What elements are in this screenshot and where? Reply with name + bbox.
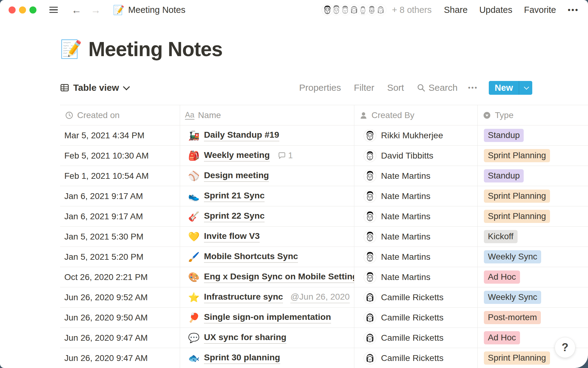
created-by-cell[interactable]: Nate Martins: [354, 186, 478, 206]
close-window-button[interactable]: [9, 6, 16, 13]
type-cell[interactable]: Ad Hoc: [478, 267, 588, 287]
type-cell[interactable]: Weekly Sync: [478, 287, 588, 307]
page-link[interactable]: Single sign-on implementation: [204, 312, 331, 324]
created-by-cell[interactable]: Rikki Mukherjee: [354, 125, 478, 145]
table-row: Mar 5, 2021 4:34 PM 🚂 Daily Standup #19 …: [60, 125, 588, 146]
type-cell[interactable]: Sprint Planning: [478, 146, 588, 166]
created-by-cell[interactable]: Nate Martins: [354, 267, 478, 287]
created-on-cell[interactable]: Feb 5, 2021 10:30 AM: [60, 146, 180, 166]
created-by-cell[interactable]: Camille Ricketts: [354, 328, 478, 348]
updates-button[interactable]: Updates: [479, 5, 512, 15]
view-more-options-icon[interactable]: •••: [468, 84, 478, 92]
name-cell[interactable]: 🎨 Eng x Design Sync on Mobile Settings: [180, 267, 354, 287]
new-dropdown-button[interactable]: [519, 81, 532, 95]
created-by-cell[interactable]: Nate Martins: [354, 227, 478, 247]
name-cell[interactable]: 🐟 Sprint 30 planning: [180, 348, 354, 368]
created-on-cell[interactable]: Jun 26, 2020 9:47 AM: [60, 328, 180, 348]
collaborator-avatar-stack[interactable]: [321, 3, 387, 16]
page-link[interactable]: Sprint 21 Sync: [204, 190, 265, 202]
sidebar-toggle-icon[interactable]: [49, 7, 58, 13]
page-link[interactable]: Eng x Design Sync on Mobile Settings: [204, 271, 354, 283]
name-cell[interactable]: 💛 Invite flow V3: [180, 227, 354, 247]
sort-button[interactable]: Sort: [387, 82, 404, 93]
share-button[interactable]: Share: [444, 5, 468, 15]
name-cell[interactable]: 🏓 Single sign-on implementation: [180, 308, 354, 328]
created-by-cell[interactable]: Nate Martins: [354, 166, 478, 186]
created-on-cell[interactable]: Jun 26, 2020 9:52 AM: [60, 287, 180, 307]
name-cell[interactable]: 🎒 Weekly meeting 1: [180, 146, 354, 166]
type-cell[interactable]: Weekly Sync: [478, 247, 588, 267]
breadcrumb-label: Meeting Notes: [128, 5, 185, 15]
page-link[interactable]: Sprint 22 Sync: [204, 211, 265, 222]
page-link[interactable]: Design meeting: [204, 170, 269, 182]
page-link[interactable]: Invite flow V3: [204, 231, 260, 243]
back-arrow-icon[interactable]: ←: [71, 5, 81, 15]
created-on-cell[interactable]: Jun 26, 2020 9:50 AM: [60, 308, 180, 328]
created-on-cell[interactable]: Oct 26, 2020 2:21 PM: [60, 267, 180, 287]
created-on-cell[interactable]: Feb 1, 2021 10:54 AM: [60, 166, 180, 186]
comment-count[interactable]: 1: [278, 151, 293, 160]
type-cell[interactable]: Standup: [478, 125, 588, 145]
created-on-cell[interactable]: Jan 5, 2021 5:30 PM: [60, 227, 180, 247]
created-on-cell[interactable]: Jan 6, 2021 9:17 AM: [60, 186, 180, 206]
created-by-cell[interactable]: Camille Ricketts: [354, 308, 478, 328]
created-by-cell[interactable]: David Tibbitts: [354, 146, 478, 166]
page-link[interactable]: Infrastructure sync: [204, 292, 283, 303]
created-by-cell[interactable]: Camille Ricketts: [354, 287, 478, 307]
created-by-cell[interactable]: Nate Martins: [354, 206, 478, 226]
name-cell[interactable]: ⭐ Infrastructure sync @Jun 26, 2020: [180, 287, 354, 307]
page-emoji-icon: 🎒: [188, 150, 200, 161]
page-title-emoji-icon[interactable]: 📝: [60, 40, 82, 58]
page-title[interactable]: Meeting Notes: [88, 37, 222, 61]
type-cell[interactable]: Sprint Planning: [478, 186, 588, 206]
page-link[interactable]: Daily Standup #19: [204, 130, 279, 141]
more-options-icon[interactable]: •••: [568, 5, 579, 15]
page-emoji-icon: 👟: [188, 191, 200, 201]
name-cell[interactable]: 🚂 Daily Standup #19: [180, 125, 354, 145]
name-cell[interactable]: 🖌️ Mobile Shortcuts Sync: [180, 247, 354, 267]
type-cell[interactable]: Standup: [478, 166, 588, 186]
forward-arrow-icon[interactable]: →: [91, 5, 101, 15]
type-cell[interactable]: Kickoff: [478, 227, 588, 247]
created-on-cell[interactable]: Mar 5, 2021 4:34 PM: [60, 125, 180, 145]
person-icon: [359, 111, 368, 120]
column-header-created-by[interactable]: Created By: [354, 105, 478, 125]
help-button[interactable]: ?: [555, 337, 575, 358]
page-emoji-icon: 🚂: [188, 130, 200, 141]
table-view-icon: [60, 83, 69, 92]
new-button[interactable]: New: [489, 81, 519, 95]
type-badge: Post-mortem: [484, 311, 541, 324]
created-by-cell[interactable]: Nate Martins: [354, 247, 478, 267]
type-badge: Weekly Sync: [484, 291, 541, 304]
breadcrumb[interactable]: 📝 Meeting Notes: [113, 5, 185, 15]
date-mention[interactable]: @Jun 26, 2020: [290, 292, 350, 303]
zoom-window-button[interactable]: [29, 6, 36, 13]
type-cell[interactable]: Post-mortem: [478, 308, 588, 328]
title-property-icon: Aa: [185, 111, 194, 120]
page-emoji-icon: 🏓: [188, 312, 200, 323]
favorite-button[interactable]: Favorite: [524, 5, 556, 15]
avatar-overflow-count[interactable]: + 8 others: [392, 5, 432, 15]
column-header-created-on[interactable]: Created on: [60, 105, 180, 125]
page-link[interactable]: Weekly meeting: [204, 150, 270, 162]
page-link[interactable]: UX sync for sharing: [204, 332, 286, 344]
column-header-type[interactable]: Type: [478, 105, 588, 125]
properties-button[interactable]: Properties: [299, 82, 341, 93]
column-header-name[interactable]: Aa Name: [180, 105, 354, 125]
search-button[interactable]: Search: [417, 82, 458, 93]
filter-button[interactable]: Filter: [354, 82, 374, 93]
page-link[interactable]: Sprint 30 planning: [204, 352, 280, 364]
view-selector[interactable]: Table view: [60, 82, 128, 93]
created-by-cell[interactable]: Camille Ricketts: [354, 348, 478, 368]
created-on-cell[interactable]: Jun 26, 2020 9:47 AM: [60, 348, 180, 368]
name-cell[interactable]: 👟 Sprint 21 Sync: [180, 186, 354, 206]
page-link[interactable]: Mobile Shortcuts Sync: [204, 251, 298, 263]
name-cell[interactable]: ⚾ Design meeting: [180, 166, 354, 186]
search-icon: [417, 83, 425, 92]
name-cell[interactable]: 💬 UX sync for sharing: [180, 328, 354, 348]
type-cell[interactable]: Sprint Planning: [478, 206, 588, 226]
minimize-window-button[interactable]: [19, 6, 26, 13]
created-on-cell[interactable]: Jan 6, 2021 9:17 AM: [60, 206, 180, 226]
name-cell[interactable]: 🎸 Sprint 22 Sync: [180, 206, 354, 226]
created-on-cell[interactable]: Jan 5, 2021 5:20 PM: [60, 247, 180, 267]
